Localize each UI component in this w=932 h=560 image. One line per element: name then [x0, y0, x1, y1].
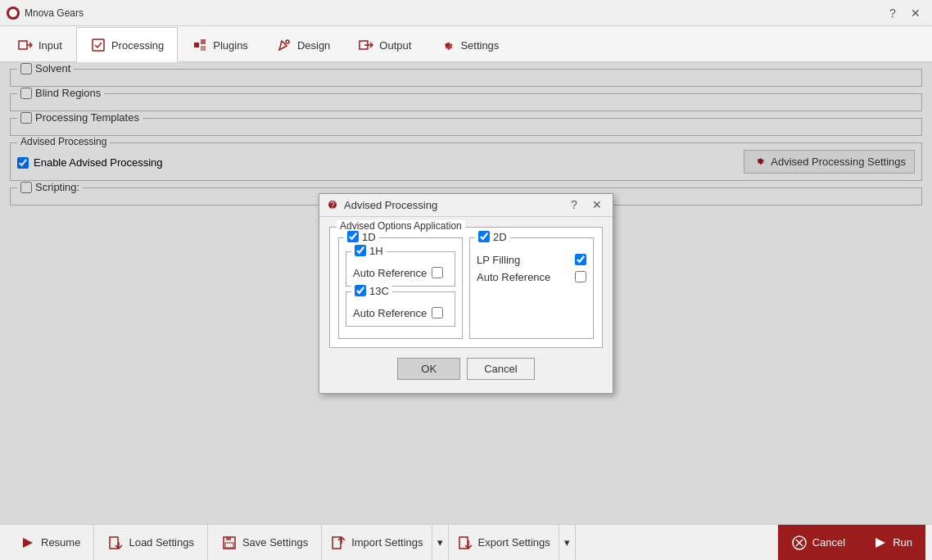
- auto-ref-1h-checkbox[interactable]: [432, 267, 443, 278]
- group-2d-checkbox[interactable]: [478, 231, 490, 242]
- tab-output-label: Output: [379, 39, 411, 52]
- lp-filling-checkbox[interactable]: [575, 254, 586, 265]
- tab-plugins[interactable]: Plugins: [178, 27, 262, 62]
- group-2d: 2D LP Filling Auto Reference: [469, 237, 594, 339]
- export-settings-label: Export Settings: [478, 536, 550, 549]
- modal-inner-row: 1D 1H Auto Refer: [338, 237, 594, 339]
- subgroup-13c-checkbox[interactable]: [355, 285, 366, 296]
- plugins-icon: [192, 37, 208, 53]
- modal-titlebar: Advised Processing ? ✕: [319, 194, 613, 217]
- lp-filling-label: LP Filling: [477, 254, 520, 266]
- main-content: Solvent Blind Regions Processing Templat…: [0, 62, 932, 524]
- resume-label: Resume: [41, 536, 80, 549]
- svg-rect-16: [225, 543, 233, 548]
- resume-button[interactable]: Resume: [7, 525, 94, 560]
- auto-ref-1h-label: Auto Reference: [353, 267, 427, 279]
- import-settings-button[interactable]: Import Settings: [322, 530, 431, 556]
- import-settings-label: Import Settings: [351, 536, 423, 549]
- processing-icon: [90, 37, 106, 53]
- cancel-button[interactable]: Cancel: [778, 525, 858, 560]
- modal-title: Advised Processing: [344, 199, 560, 211]
- svg-point-6: [286, 40, 289, 43]
- advised-options-group: Advised Options Application 1D: [329, 227, 603, 348]
- subgroup-1h-label: 1H: [369, 245, 383, 257]
- modal-footer: OK Cancel: [329, 358, 603, 383]
- group-1d-legend: 1D: [344, 231, 379, 243]
- subgroup-13c-label: 13C: [369, 285, 389, 297]
- titlebar: Mnova Gears ? ✕: [0, 0, 932, 26]
- svg-rect-15: [226, 537, 231, 540]
- modal-close-button[interactable]: ✕: [588, 196, 606, 214]
- tab-output[interactable]: Output: [344, 27, 425, 62]
- tab-design-label: Design: [297, 39, 330, 52]
- tab-bar: Input Processing Plugins Design Output S…: [0, 26, 932, 62]
- run-label: Run: [893, 536, 912, 549]
- modal-cancel-button[interactable]: Cancel: [467, 358, 534, 380]
- lp-filling-row: LP Filling: [477, 251, 586, 269]
- close-button[interactable]: ✕: [906, 6, 925, 20]
- tab-design[interactable]: Design: [262, 27, 344, 62]
- save-settings-button[interactable]: Save Settings: [208, 525, 322, 560]
- subgroup-13c: 13C Auto Reference: [346, 291, 455, 327]
- svg-rect-3: [194, 43, 199, 47]
- svg-rect-1: [19, 41, 27, 49]
- design-icon: [276, 37, 292, 53]
- modal-help-button[interactable]: ?: [565, 196, 583, 214]
- tab-plugins-label: Plugins: [213, 39, 248, 52]
- tab-input[interactable]: Input: [3, 27, 76, 62]
- tab-processing-label: Processing: [111, 39, 164, 52]
- auto-ref-2d-label: Auto Reference: [477, 271, 550, 283]
- svg-marker-24: [875, 538, 885, 548]
- save-settings-label: Save Settings: [242, 536, 308, 549]
- import-settings-dropdown-button[interactable]: ▾: [432, 525, 448, 560]
- save-settings-icon: [221, 535, 238, 551]
- tab-settings-label: Settings: [460, 39, 499, 52]
- modal-overlay: Advised Processing ? ✕ Advised Options A…: [0, 62, 932, 524]
- resume-icon: [20, 535, 36, 551]
- svg-point-10: [332, 207, 333, 209]
- export-settings-button[interactable]: Export Settings: [449, 530, 559, 556]
- load-settings-button[interactable]: Load Settings: [94, 525, 208, 560]
- export-settings-dropdown-button[interactable]: ▾: [559, 525, 575, 560]
- svg-marker-11: [23, 538, 33, 548]
- tab-settings[interactable]: Settings: [425, 27, 513, 62]
- group-2d-label: 2D: [493, 231, 507, 243]
- auto-ref-13c-row: Auto Reference: [353, 305, 448, 321]
- tab-processing[interactable]: Processing: [76, 27, 178, 62]
- load-settings-label: Load Settings: [129, 536, 194, 549]
- input-icon: [17, 37, 34, 53]
- auto-ref-13c-checkbox[interactable]: [432, 307, 443, 318]
- auto-ref-1h-row: Auto Reference: [353, 265, 448, 281]
- help-button[interactable]: ?: [883, 6, 903, 20]
- app-icon: [7, 7, 20, 20]
- group-1d: 1D 1H Auto Refer: [338, 237, 463, 339]
- group-1d-checkbox[interactable]: [347, 231, 359, 242]
- auto-ref-2d-row: Auto Reference: [477, 269, 586, 286]
- auto-ref-13c-label: Auto Reference: [353, 307, 427, 319]
- modal-body: Advised Options Application 1D: [319, 217, 613, 393]
- cancel-label: Cancel: [812, 536, 845, 549]
- cancel-icon: [791, 535, 808, 551]
- import-settings-split: Import Settings ▾: [322, 525, 448, 560]
- modal-ok-button[interactable]: OK: [397, 358, 460, 380]
- export-settings-split: Export Settings ▾: [449, 525, 576, 560]
- run-icon: [871, 535, 888, 551]
- svg-rect-4: [201, 39, 206, 44]
- svg-rect-2: [93, 39, 104, 51]
- group-1d-label: 1D: [362, 231, 376, 243]
- run-button[interactable]: Run: [858, 525, 925, 560]
- subgroup-1h-legend: 1H: [351, 245, 387, 257]
- tab-input-label: Input: [38, 39, 62, 52]
- output-icon: [358, 37, 374, 53]
- advised-processing-modal: Advised Processing ? ✕ Advised Options A…: [319, 193, 613, 394]
- load-settings-icon: [107, 535, 124, 551]
- settings-icon: [439, 37, 455, 53]
- export-settings-icon: [457, 535, 473, 551]
- subgroup-1h-checkbox[interactable]: [355, 245, 366, 256]
- app-title: Mnova Gears: [25, 7, 883, 19]
- bottom-toolbar: Resume Load Settings Save Settings Impor…: [0, 524, 932, 560]
- subgroup-13c-legend: 13C: [351, 285, 392, 297]
- auto-ref-2d-checkbox[interactable]: [575, 271, 586, 282]
- group-2d-legend: 2D: [475, 231, 510, 243]
- import-settings-icon: [330, 535, 346, 551]
